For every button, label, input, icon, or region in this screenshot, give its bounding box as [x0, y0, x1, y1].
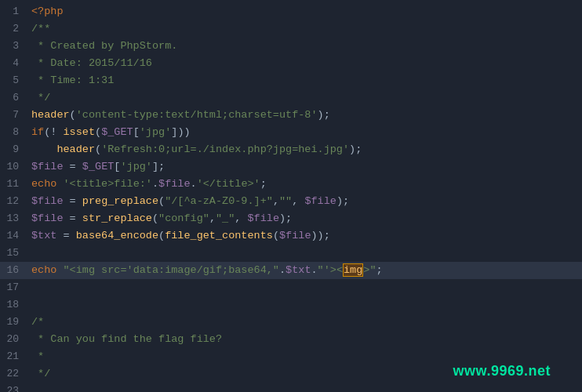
code-line-14: 14 $txt = base64_encode(file_get_content…	[0, 227, 582, 245]
code-line-8: 8 if(! isset($_GET['jpg']))	[0, 124, 582, 141]
line-content-9: header('Refresh:0;url=./index.php?jpg=he…	[28, 141, 582, 158]
line-content-10: $file = $_GET['jpg'];	[28, 158, 582, 176]
line-num-2: 2	[0, 20, 28, 38]
line-num-11: 11	[0, 176, 28, 193]
code-line-19: 19 /*	[0, 314, 582, 331]
code-line-4: 4 * Date: 2015/11/16	[0, 55, 582, 72]
line-num-15: 15	[0, 245, 28, 262]
code-line-18: 18	[0, 296, 582, 314]
code-line-17: 17	[0, 279, 582, 296]
code-line-15: 15	[0, 245, 582, 262]
code-line-7: 7 header('content-type:text/html;charset…	[0, 107, 582, 124]
code-line-12: 12 $file = preg_replace("/[^a-zA-Z0-9.]+…	[0, 193, 582, 210]
line-content-8: if(! isset($_GET['jpg']))	[28, 124, 582, 141]
line-content-6: */	[28, 89, 582, 107]
code-line-6: 6 */	[0, 89, 582, 107]
code-line-16: 16 echo "<img src='data:image/gif;base64…	[0, 262, 582, 279]
line-num-3: 3	[0, 38, 28, 55]
line-content-20: * Can you find the flag file?	[28, 331, 582, 348]
line-num-7: 7	[0, 107, 28, 124]
line-num-12: 12	[0, 193, 28, 210]
line-content-5: * Time: 1:31	[28, 72, 582, 89]
line-num-10: 10	[0, 158, 28, 176]
line-num-4: 4	[0, 55, 28, 72]
line-num-13: 13	[0, 210, 28, 227]
line-num-21: 21	[0, 348, 28, 365]
line-num-17: 17	[0, 279, 28, 296]
line-num-6: 6	[0, 89, 28, 107]
line-content-13: $file = str_replace("config","_", $file)…	[28, 210, 582, 227]
line-num-22: 22	[0, 365, 28, 383]
line-content-2: /**	[28, 20, 582, 38]
line-num-18: 18	[0, 296, 28, 314]
line-content-3: * Created by PhpStorm.	[28, 38, 582, 55]
code-line-13: 13 $file = str_replace("config","_", $fi…	[0, 210, 582, 227]
code-line-2: 2 /**	[0, 20, 582, 38]
line-content-19: /*	[28, 314, 582, 331]
line-num-23: 23	[0, 383, 28, 392]
line-content-14: $txt = base64_encode(file_get_contents($…	[28, 227, 582, 245]
line-num-14: 14	[0, 227, 28, 245]
line-num-5: 5	[0, 72, 28, 89]
line-num-16: 16	[0, 262, 28, 279]
code-line-5: 5 * Time: 1:31	[0, 72, 582, 89]
line-content-4: * Date: 2015/11/16	[28, 55, 582, 72]
line-num-9: 9	[0, 141, 28, 158]
watermark: www.9969.net	[453, 363, 551, 379]
code-line-11: 11 echo '<title>file:'.$file.'</title>';	[0, 176, 582, 193]
line-content-16: echo "<img src='data:image/gif;base64,".…	[28, 262, 582, 279]
line-content-1: <?php	[28, 3, 582, 20]
code-line-20: 20 * Can you find the flag file?	[0, 331, 582, 348]
code-line-23: 23	[0, 383, 582, 392]
line-num-20: 20	[0, 331, 28, 348]
code-content: 1 <?php 2 /** 3 * Created by PhpStorm. 4…	[0, 0, 582, 392]
line-num-19: 19	[0, 314, 28, 331]
line-content-11: echo '<title>file:'.$file.'</title>';	[28, 176, 582, 193]
code-line-9: 9 header('Refresh:0;url=./index.php?jpg=…	[0, 141, 582, 158]
line-content-12: $file = preg_replace("/[^a-zA-Z0-9.]+","…	[28, 193, 582, 210]
line-num-1: 1	[0, 3, 28, 20]
line-content-7: header('content-type:text/html;charset=u…	[28, 107, 582, 124]
code-line-10: 10 $file = $_GET['jpg'];	[0, 158, 582, 176]
code-line-1: 1 <?php	[0, 3, 582, 20]
code-line-3: 3 * Created by PhpStorm.	[0, 38, 582, 55]
code-editor: 1 <?php 2 /** 3 * Created by PhpStorm. 4…	[0, 0, 582, 392]
line-num-8: 8	[0, 124, 28, 141]
